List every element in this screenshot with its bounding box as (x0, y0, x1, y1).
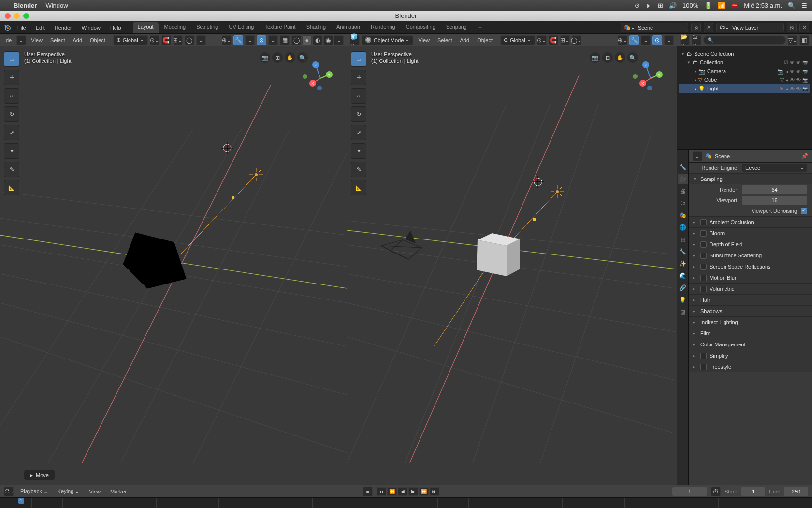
scene-selector[interactable]: 🎭⌄ Scene (621, 23, 688, 32)
tab-shading[interactable]: Shading (302, 22, 331, 33)
ptab-data[interactable]: 💡 (678, 295, 688, 305)
engine-select[interactable]: Eevee⌄ (742, 164, 807, 172)
nav-camera-icon[interactable]: 📷 (590, 52, 600, 63)
section-checkbox[interactable] (700, 364, 707, 370)
tool-annotate[interactable]: ✎ (4, 162, 19, 177)
section-ambient-occlusion[interactable]: ▸Ambient Occlusion (689, 217, 812, 227)
snap-type[interactable]: ⊞⌄ (560, 35, 570, 45)
clock[interactable]: Mié 2:53 a.m. (744, 2, 782, 9)
viewlayer-selector[interactable]: 🗂⌄ View Layer (716, 23, 784, 32)
tree-collection[interactable]: ▼🗀Collection☑👁👁📷 (679, 58, 810, 67)
key-prev[interactable]: ⏪ (387, 487, 397, 496)
overlays-drop[interactable]: ⌄ (245, 35, 255, 45)
tab-rendering[interactable]: Rendering (366, 22, 400, 33)
ptab-particle[interactable]: ✨ (678, 258, 688, 269)
tab-texture[interactable]: Texture Paint (260, 22, 300, 33)
end-frame[interactable]: 250 (784, 487, 808, 496)
tree-item-light[interactable]: ▸💡Light☀◂👁👁📷 (679, 84, 810, 93)
show-overlays[interactable]: ⊙ (652, 35, 662, 45)
section-simplify[interactable]: ▸Simplify (689, 350, 812, 361)
menu-add[interactable]: Add (457, 36, 473, 44)
menu-object[interactable]: Object (87, 36, 108, 44)
tab-sculpting[interactable]: Sculpting (191, 22, 223, 33)
tab-modeling[interactable]: Modeling (160, 22, 191, 33)
menu-select[interactable]: Select (435, 36, 455, 44)
xray-icon[interactable]: ▦ (280, 35, 290, 45)
ptab-output[interactable]: 🖨 (678, 186, 688, 196)
tool-select[interactable]: ▭ (4, 51, 19, 67)
section-checkbox[interactable] (700, 275, 707, 281)
section-bloom[interactable]: ▸Bloom (689, 228, 812, 239)
menu-view[interactable]: View (28, 36, 45, 44)
menu-select[interactable]: Select (47, 36, 68, 44)
play[interactable]: ▶ (408, 487, 418, 496)
ptab-modifier[interactable]: 🔧 (678, 246, 688, 257)
menu-window[interactable]: Window (78, 23, 104, 32)
tool-cursor[interactable]: ✛ (351, 70, 366, 85)
snap-type-icon[interactable]: ⊞⌄ (173, 35, 183, 45)
vp-corner[interactable]: de (3, 36, 14, 44)
snap-icon[interactable]: 🧲 (161, 35, 171, 45)
tool-measure[interactable]: 📐 (4, 180, 19, 195)
display-mode[interactable]: 🗂⌄ (692, 35, 701, 45)
timeline-ruler[interactable]: 0102030405060708090100110120130140150160… (0, 497, 812, 508)
section-checkbox[interactable] (700, 286, 707, 292)
section-depth-of-field[interactable]: ▸Depth of Field (689, 239, 812, 250)
nav-gizmo[interactable]: X Y Z (303, 55, 338, 90)
section-sampling[interactable]: ▼Sampling (689, 174, 812, 184)
outliner-type[interactable]: 📂⌄ (680, 35, 690, 45)
editor-type[interactable]: ⌄ (16, 35, 26, 45)
viewport-samples[interactable]: 16 (742, 196, 807, 205)
jump-end[interactable]: ⏭ (430, 487, 439, 496)
viewport-3d[interactable]: ▭ ✛ ↔ ↻ ⤢ ✦ ✎ 📐 User Perspective (1) Col… (0, 46, 347, 485)
tool-measure[interactable]: 📐 (351, 180, 366, 195)
outliner-search[interactable]: 🔍 (703, 36, 786, 45)
current-frame[interactable]: 1 (672, 487, 707, 496)
menubar-icon[interactable]: ⊙ (635, 2, 640, 9)
nav-pan-icon[interactable]: ✋ (615, 52, 625, 63)
spotlight-icon[interactable]: 🔍 (788, 2, 796, 9)
ptab-viewlayer[interactable]: 🗂 (678, 198, 688, 209)
wifi-icon[interactable]: 📶 (718, 2, 725, 9)
menu-help[interactable]: Help (106, 23, 125, 32)
nav-zoom-icon[interactable]: 🔍 (627, 52, 638, 63)
gizmo-visibility[interactable]: ⊕⌄ (222, 35, 232, 45)
menu-view[interactable]: View (415, 36, 433, 44)
proportional-icon[interactable]: ◯ (185, 35, 194, 45)
menu-object[interactable]: Object (474, 36, 495, 44)
jump-start[interactable]: ⏮ (377, 487, 386, 496)
nav-pan-icon[interactable]: ✋ (285, 52, 295, 63)
shading-lookdev[interactable]: ◐ (313, 35, 322, 45)
section-volumetric[interactable]: ▸Volumetric (689, 284, 812, 294)
menu-edit[interactable]: Edit (32, 23, 49, 32)
flag-icon[interactable]: 🇪🇸 (731, 3, 738, 8)
gizmo-drop[interactable]: ⊕⌄ (618, 35, 627, 45)
tool-transform[interactable]: ✦ (351, 143, 366, 159)
nav-persp-icon[interactable]: ⊞ (602, 52, 613, 63)
show-gizmo[interactable]: 🔧 (233, 35, 243, 45)
nav-gizmo[interactable]: X Y Z (633, 55, 668, 90)
overlays-opts[interactable]: ⌄ (664, 35, 674, 45)
tab-compositing[interactable]: Compositing (401, 22, 440, 33)
tree-item-cube[interactable]: ▸▽Cube▽◂👁👁📷 (679, 75, 810, 84)
ptab-object[interactable]: ▦ (678, 234, 688, 245)
zoom-button[interactable] (23, 13, 29, 19)
operator-box[interactable]: ▶Move (24, 470, 55, 480)
display-icon[interactable]: ⏵ (646, 2, 652, 9)
menu-keying[interactable]: Keying ⌄ (55, 487, 83, 495)
ptab-constraint[interactable]: 🔗 (678, 283, 688, 293)
ptab-scene[interactable]: 🎭 (678, 210, 688, 221)
section-freestyle[interactable]: ▸Freestyle (689, 361, 812, 372)
section-hair[interactable]: ▸Hair (689, 295, 812, 305)
section-checkbox[interactable] (700, 241, 707, 248)
ptab-render[interactable]: 🎥 (678, 174, 688, 184)
viewport-3d[interactable]: ▭ ✛ ↔ ↻ ⤢ ✦ ✎ 📐 User Perspective (1) Col… (347, 46, 677, 485)
show-overlays[interactable]: ⊙ (257, 35, 266, 45)
filter-icon[interactable]: ▽⌄ (788, 35, 798, 45)
autokey[interactable]: ● (363, 487, 373, 496)
render-samples[interactable]: 64 (742, 185, 807, 194)
tool-transform[interactable]: ✦ (4, 143, 19, 159)
proportional-type-icon[interactable]: ⌄ (196, 35, 206, 45)
nav-persp-icon[interactable]: ⊞ (272, 52, 283, 63)
section-subsurface-scattering[interactable]: ▸Subsurface Scattering (689, 250, 812, 261)
